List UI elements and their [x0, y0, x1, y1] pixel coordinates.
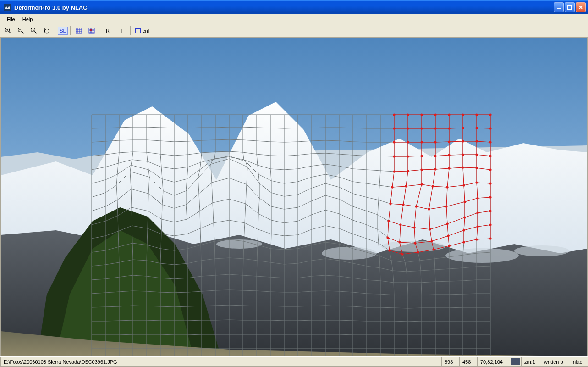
control-point[interactable]: [448, 113, 450, 116]
control-point[interactable]: [429, 228, 431, 230]
control-point[interactable]: [420, 127, 423, 129]
control-point[interactable]: [489, 210, 491, 212]
undo-button[interactable]: [41, 26, 53, 36]
control-point[interactable]: [393, 170, 395, 172]
control-point[interactable]: [393, 113, 395, 116]
control-point[interactable]: [387, 220, 390, 222]
control-point[interactable]: [420, 113, 423, 116]
control-point[interactable]: [393, 155, 395, 157]
control-point[interactable]: [415, 205, 417, 207]
status-color-swatch: [510, 357, 522, 367]
grid-dense-button[interactable]: [86, 26, 98, 36]
control-point[interactable]: [402, 203, 404, 206]
control-point[interactable]: [420, 155, 423, 157]
control-point[interactable]: [448, 154, 450, 156]
control-point[interactable]: [462, 229, 465, 231]
control-point[interactable]: [428, 208, 430, 210]
control-point[interactable]: [407, 113, 409, 116]
control-point[interactable]: [462, 113, 464, 116]
control-point[interactable]: [434, 155, 436, 157]
menu-help[interactable]: Help: [19, 16, 37, 23]
control-point[interactable]: [489, 127, 491, 129]
control-point[interactable]: [399, 223, 401, 226]
control-point[interactable]: [489, 141, 491, 143]
control-point[interactable]: [462, 166, 464, 168]
zoom-out-button[interactable]: [15, 26, 27, 36]
control-point[interactable]: [448, 245, 450, 247]
control-point[interactable]: [446, 186, 448, 188]
control-point[interactable]: [430, 240, 433, 242]
r-button[interactable]: R: [103, 26, 113, 36]
cnf-button[interactable]: cnf: [133, 26, 152, 36]
control-point[interactable]: [476, 211, 478, 214]
control-point[interactable]: [407, 170, 409, 172]
control-point[interactable]: [417, 251, 419, 253]
svg-point-35: [514, 245, 569, 256]
control-point[interactable]: [462, 127, 464, 129]
control-point[interactable]: [432, 248, 434, 250]
control-point[interactable]: [420, 141, 423, 143]
control-point[interactable]: [476, 225, 478, 228]
control-point[interactable]: [407, 141, 409, 143]
control-point[interactable]: [393, 127, 395, 129]
control-point[interactable]: [407, 127, 409, 129]
control-point[interactable]: [475, 113, 478, 116]
titlebar[interactable]: DeformerPro 1.0 by NLAC: [0, 0, 588, 14]
control-point[interactable]: [448, 127, 450, 129]
maximize-button[interactable]: [565, 2, 575, 12]
control-point[interactable]: [475, 238, 478, 240]
sl-mode-button[interactable]: SL: [58, 27, 68, 35]
control-point[interactable]: [393, 141, 395, 143]
control-point[interactable]: [489, 237, 491, 239]
control-point[interactable]: [489, 182, 491, 184]
control-point[interactable]: [462, 140, 464, 142]
control-point[interactable]: [389, 202, 391, 205]
control-point[interactable]: [476, 197, 478, 199]
control-point[interactable]: [489, 168, 491, 171]
control-point[interactable]: [413, 226, 415, 228]
control-point[interactable]: [386, 236, 389, 239]
control-point[interactable]: [401, 253, 403, 255]
minimize-button[interactable]: [554, 2, 564, 12]
svg-point-34: [445, 248, 519, 263]
control-point[interactable]: [448, 140, 450, 143]
control-point[interactable]: [463, 200, 466, 203]
grid-simple-button[interactable]: [73, 26, 85, 36]
close-button[interactable]: [576, 2, 586, 12]
control-point[interactable]: [391, 186, 393, 188]
f-button[interactable]: F: [118, 26, 128, 36]
control-point[interactable]: [475, 181, 478, 184]
control-point[interactable]: [475, 127, 478, 129]
control-point[interactable]: [445, 205, 447, 207]
control-point[interactable]: [475, 167, 478, 169]
control-point[interactable]: [446, 222, 448, 225]
control-point[interactable]: [388, 249, 390, 251]
control-point[interactable]: [420, 168, 423, 171]
control-point[interactable]: [448, 167, 450, 169]
control-point[interactable]: [407, 155, 409, 157]
control-point[interactable]: [475, 153, 478, 156]
control-point[interactable]: [462, 153, 464, 156]
control-point[interactable]: [414, 242, 416, 244]
control-point[interactable]: [462, 241, 465, 243]
zoom-reset-button[interactable]: 1: [28, 26, 40, 36]
control-point[interactable]: [431, 185, 434, 187]
control-point[interactable]: [434, 141, 436, 143]
control-point[interactable]: [447, 234, 449, 237]
menu-file[interactable]: File: [3, 16, 19, 23]
control-point[interactable]: [420, 183, 423, 185]
control-point[interactable]: [489, 155, 491, 157]
control-point[interactable]: [463, 216, 466, 218]
control-point[interactable]: [434, 113, 436, 116]
control-point[interactable]: [462, 184, 465, 186]
canvas[interactable]: [0, 37, 588, 356]
control-point[interactable]: [489, 196, 491, 198]
control-point[interactable]: [434, 127, 436, 129]
control-point[interactable]: [405, 185, 407, 187]
control-point[interactable]: [475, 140, 478, 142]
control-point[interactable]: [489, 113, 491, 116]
control-point[interactable]: [398, 241, 401, 243]
control-point[interactable]: [434, 168, 436, 170]
zoom-in-button[interactable]: [2, 26, 14, 36]
control-point[interactable]: [489, 223, 491, 226]
